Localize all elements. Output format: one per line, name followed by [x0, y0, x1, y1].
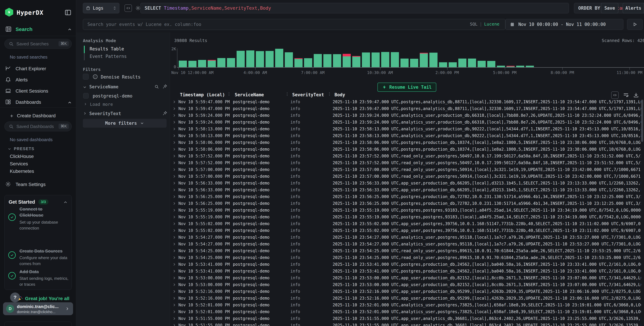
histogram-bar[interactable] [478, 61, 486, 67]
histogram-bar[interactable] [372, 53, 380, 67]
saved-dashboards-input[interactable] [16, 122, 57, 131]
expand-row-chevron-icon[interactable] [170, 120, 178, 124]
histogram-bar[interactable] [236, 51, 245, 67]
log-row[interactable]: Nov 10 5:56:33.000 PM postgresql-demo in… [170, 187, 641, 193]
log-row[interactable]: Nov 10 5:57:52.000 PM postgresql-demo in… [170, 153, 641, 159]
pin-icon[interactable] [162, 84, 168, 89]
histogram-bar[interactable] [275, 49, 283, 67]
sql-mode[interactable]: SQL [470, 22, 478, 27]
get-started-step-title[interactable]: Add Data [20, 269, 70, 275]
log-row[interactable]: Nov 10 5:58:06.000 PM postgresql-demo in… [170, 139, 641, 146]
log-row[interactable]: Nov 10 5:56:33.000 PM postgresql-demo in… [170, 180, 641, 187]
histogram-bar[interactable] [381, 52, 389, 67]
filter-group-severitytext[interactable]: SeverityText [89, 111, 121, 116]
view-source-icon[interactable] [611, 91, 619, 99]
column-header-severitytext[interactable]: SeverityText [290, 92, 333, 97]
histogram-bar[interactable] [468, 59, 476, 67]
histogram-bar[interactable] [304, 58, 312, 67]
expand-row-chevron-icon[interactable] [170, 222, 178, 226]
expand-row-chevron-icon[interactable] [170, 161, 178, 165]
log-row[interactable]: Nov 10 5:59:24.000 PM postgresql-demo in… [170, 112, 641, 119]
log-row[interactable]: Nov 10 5:59:47.000 PM postgresql-demo in… [170, 105, 641, 112]
log-row[interactable]: Nov 10 5:54:25.000 PM postgresql-demo in… [170, 247, 641, 254]
saved-searches-search[interactable]: ⌘K [4, 39, 72, 49]
more-filters-button[interactable]: More filters [83, 119, 166, 128]
log-row[interactable]: Nov 10 5:55:19.000 PM postgresql-demo in… [170, 207, 641, 214]
lucene-mode[interactable]: Lucene [484, 22, 500, 27]
log-row[interactable]: Nov 10 5:51:55.000 PM postgresql-demo in… [170, 322, 641, 326]
log-row[interactable]: Nov 10 5:54:27.000 PM postgresql-demo in… [170, 241, 641, 247]
histogram-bar[interactable] [198, 60, 206, 67]
log-row[interactable]: Nov 10 5:55:02.000 PM postgresql-demo in… [170, 220, 641, 227]
expand-row-chevron-icon[interactable] [170, 262, 178, 266]
histogram-bar[interactable] [430, 53, 438, 67]
histogram-bar[interactable] [391, 52, 399, 67]
chevron-right-icon[interactable] [83, 111, 87, 115]
histogram-bar[interactable] [179, 61, 187, 67]
column-header-timestamp[interactable]: Timestamp (Local) [178, 92, 233, 97]
expand-row-chevron-icon[interactable] [170, 202, 178, 205]
expand-row-chevron-icon[interactable] [170, 310, 178, 314]
histogram-bar[interactable] [526, 66, 534, 67]
log-row[interactable]: Nov 10 5:57:00.000 PM postgresql-demo in… [170, 173, 641, 180]
expand-row-chevron-icon[interactable] [170, 317, 178, 320]
expand-row-chevron-icon[interactable] [170, 303, 178, 307]
sidebar-item-chart-explorer[interactable]: Chart Explorer [0, 65, 76, 74]
event-search-input[interactable] [87, 19, 459, 30]
vertical-scrollbar[interactable] [641, 100, 643, 142]
log-row[interactable]: Nov 10 5:53:00.000 PM postgresql-demo in… [170, 281, 641, 288]
expand-row-chevron-icon[interactable] [170, 168, 178, 171]
expand-row-chevron-icon[interactable] [170, 181, 178, 185]
log-row[interactable]: Nov 10 5:58:06.000 PM postgresql-demo in… [170, 146, 641, 153]
wrap-lines-icon[interactable] [623, 92, 629, 98]
expand-row-chevron-icon[interactable] [170, 283, 178, 286]
histogram-bar[interactable] [449, 62, 457, 67]
mode-event-patterns[interactable]: Event Patterns [90, 54, 127, 59]
expand-row-chevron-icon[interactable] [170, 188, 178, 192]
log-row[interactable]: Nov 10 5:57:52.000 PM postgresql-demo in… [170, 159, 641, 166]
column-header-servicename[interactable]: ServiceName [233, 92, 290, 97]
create-dashboard-button[interactable]: Create Dashboard [0, 112, 76, 121]
source-select[interactable]: Logs [83, 3, 120, 13]
query-language-toggle[interactable]: SQL|Lucene [470, 22, 500, 27]
histogram-bar[interactable] [246, 51, 254, 67]
expand-row-chevron-icon[interactable] [170, 127, 178, 131]
log-row[interactable]: Nov 10 5:58:13.000 PM postgresql-demo in… [170, 126, 641, 132]
histogram-bar[interactable] [208, 60, 216, 67]
date-range-picker[interactable]: Nov 10 00:00:00 - Nov 11 00:00:00 [505, 19, 623, 30]
log-row[interactable]: Nov 10 5:59:24.000 PM postgresql-demo in… [170, 119, 641, 126]
expand-row-chevron-icon[interactable] [170, 323, 178, 326]
histogram-bar[interactable] [516, 66, 524, 67]
log-row[interactable]: Nov 10 5:53:41.000 PM postgresql-demo in… [170, 268, 641, 274]
histogram-bar[interactable] [343, 54, 351, 67]
get-started-step-title[interactable]: Connect to ClickHouse [20, 206, 67, 218]
log-row[interactable]: Nov 10 5:55:02.000 PM postgresql-demo in… [170, 227, 641, 234]
histogram-bar[interactable] [266, 51, 274, 67]
edit-sql-button[interactable] [124, 5, 132, 12]
expand-row-chevron-icon[interactable] [170, 100, 178, 104]
sidebar-item-alerts[interactable]: Alerts [0, 76, 76, 85]
sidebar-item-team-settings[interactable]: Team Settings [0, 180, 76, 190]
histogram-bar[interactable] [352, 56, 360, 67]
column-resize-handle[interactable] [329, 92, 330, 96]
collapse-sidebar-icon[interactable] [64, 9, 72, 16]
alerts-button[interactable]: Alerts [623, 3, 644, 13]
histogram-bar[interactable] [217, 58, 226, 67]
column-resize-handle[interactable] [287, 92, 288, 96]
filter-group-servicename[interactable]: ServiceName [89, 84, 118, 89]
presets-section-toggle[interactable]: PRESETS [8, 147, 34, 151]
preset-services[interactable]: Services [10, 161, 28, 167]
expand-row-chevron-icon[interactable] [170, 242, 178, 246]
saved-dashboards-search[interactable]: ⌘K [4, 122, 72, 131]
histogram-bar[interactable] [294, 58, 302, 67]
sidebar-item-dashboards[interactable]: Dashboards [0, 98, 76, 107]
expand-row-chevron-icon[interactable] [170, 175, 178, 178]
expand-row-chevron-icon[interactable] [170, 141, 178, 144]
save-button[interactable]: Save [601, 3, 618, 13]
histogram-bar[interactable] [400, 59, 408, 67]
histogram-bar[interactable] [333, 54, 341, 67]
expand-row-chevron-icon[interactable] [170, 208, 178, 212]
histogram-bar[interactable] [497, 66, 505, 67]
histogram-bar[interactable] [410, 59, 418, 67]
column-header-body[interactable]: Body [333, 92, 641, 97]
